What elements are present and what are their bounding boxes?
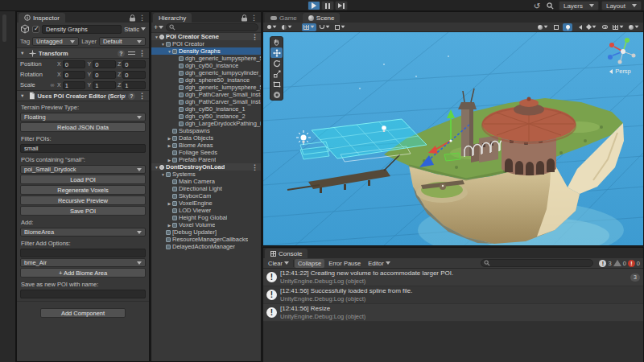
filter-add-options-input[interactable]	[20, 249, 146, 257]
hierarchy-item[interactable]: Directional Light	[151, 185, 261, 192]
save-poi-button[interactable]: Save POI	[20, 206, 146, 216]
collapse-toggle[interactable]: Collapse	[295, 259, 324, 268]
load-poi-button[interactable]: Load POI	[20, 175, 146, 184]
hierarchy-item[interactable]: ▶Biome Areas	[151, 142, 261, 149]
gameobject-name-field[interactable]: Density Graphs	[42, 25, 122, 34]
position-x-field[interactable]: 0	[63, 60, 86, 68]
view-2d-toggle[interactable]	[551, 23, 561, 31]
foldout-arrow-icon[interactable]: ▼	[160, 172, 166, 177]
console-log-entry[interactable]: ![12:41:22] Creating new volume to accom…	[263, 269, 643, 286]
effects-dropdown[interactable]	[585, 23, 598, 31]
lock-icon[interactable]	[130, 14, 135, 22]
foldout-arrow-icon[interactable]: ▼	[154, 35, 159, 39]
add-biome-area-button[interactable]: + Add Biome Area	[20, 268, 146, 278]
terrain-preview-dropdown[interactable]: Floating	[20, 113, 146, 121]
layout-dropdown[interactable]: Layout	[601, 1, 642, 10]
create-dropdown[interactable]: +	[154, 23, 163, 31]
foldout-arrow-icon[interactable]: ▶	[167, 143, 172, 148]
hierarchy-item[interactable]: ResourceManagerCallbacks	[151, 236, 261, 243]
audio-toggle[interactable]	[574, 23, 584, 31]
add-component-button[interactable]: Add Component	[40, 308, 126, 318]
rotation-z-field[interactable]: 0	[122, 71, 146, 79]
rect-tool[interactable]	[270, 79, 283, 89]
tab-console[interactable]: Console	[265, 249, 308, 258]
regenerate-voxels-button[interactable]: Regenerate Voxels	[20, 185, 146, 195]
hierarchy-item[interactable]: Height Fog Global	[151, 214, 261, 221]
poi-select-dropdown[interactable]: poi_Small_Drydock	[20, 165, 146, 174]
scale-x-field[interactable]: 1	[63, 81, 86, 89]
hierarchy-item[interactable]: Main Camera	[151, 178, 261, 185]
tab-inspector[interactable]: Inspector	[19, 13, 65, 23]
kebab-menu-icon[interactable]	[138, 14, 146, 22]
hierarchy-item[interactable]: dgh_generic_lumpysphere_50_sand_instance	[151, 84, 261, 91]
hierarchy-item[interactable]: dgh_generic_lumpycylinder_instance	[151, 69, 261, 76]
rotation-y-field[interactable]: 0	[93, 71, 116, 79]
console-log-entry[interactable]: ![12:41:56] Successfully loaded spline f…	[263, 286, 643, 304]
tab-scene[interactable]: Scene	[303, 13, 341, 23]
hierarchy-item[interactable]: dgh_PathCarver_Small_instance	[151, 91, 261, 98]
hierarchy-item[interactable]: dgh_PathCarver_Small_instance_1	[151, 98, 261, 105]
camera-settings-dropdown[interactable]	[627, 23, 641, 31]
foldout-arrow-icon[interactable]: ▶	[167, 223, 172, 228]
save-as-input[interactable]	[20, 290, 146, 298]
hierarchy-item[interactable]: ▼POI Creator	[151, 40, 261, 47]
tab-hierarchy[interactable]: Hierarchy	[153, 13, 192, 23]
foldout-arrow-icon[interactable]: ▼	[160, 42, 166, 47]
hierarchy-item[interactable]: DelayedActionManager	[151, 243, 261, 250]
move-tool[interactable]	[270, 47, 283, 58]
hierarchy-item[interactable]: dgh_cyl50_instance	[151, 62, 261, 69]
tab-game[interactable]: Game	[265, 13, 303, 23]
layers-dropdown[interactable]: Layers	[559, 1, 599, 10]
console-log-entry[interactable]: ![12:41:56] ResizeUnityEngine.Debug:Log …	[263, 304, 643, 322]
tool-settings-dropdown[interactable]	[266, 23, 279, 31]
foldout-arrow-icon[interactable]: ▼	[167, 49, 172, 54]
position-y-field[interactable]: 0	[93, 60, 116, 68]
kebab-menu-icon[interactable]	[250, 14, 258, 22]
layer-dropdown[interactable]: Default	[99, 37, 146, 46]
hierarchy-item[interactable]: dgh_generic_lumpysphere_50_instance	[151, 55, 261, 62]
rotate-tool[interactable]	[270, 58, 283, 68]
scale-y-field[interactable]: 1	[93, 81, 116, 89]
lock-icon[interactable]	[242, 14, 247, 22]
hierarchy-item[interactable]: ▶VoxelEngine	[151, 200, 261, 207]
console-count-badges[interactable]: 3 0 0	[599, 260, 640, 267]
hierarchy-item[interactable]: ▼Density Graphs	[151, 47, 261, 55]
help-icon[interactable]	[118, 50, 125, 57]
static-dropdown[interactable]: Static	[124, 25, 146, 33]
grid-snapping-dropdown[interactable]	[302, 23, 316, 31]
position-z-field[interactable]: 0	[122, 60, 146, 68]
hierarchy-item[interactable]: ▼Systems	[151, 171, 261, 178]
kebab-menu-icon[interactable]	[138, 92, 146, 100]
hierarchy-item[interactable]: Subspawns	[151, 127, 261, 134]
error-pause-toggle[interactable]: Error Pause	[325, 259, 364, 268]
hidden-objects-toggle[interactable]	[600, 23, 609, 31]
hierarchy-item[interactable]: ▶Data Objects	[151, 134, 261, 142]
transform-combined-tool[interactable]	[270, 89, 283, 100]
recursive-preview-button[interactable]: Recursive Preview	[20, 195, 146, 205]
pivot-rotation-dropdown[interactable]	[280, 23, 294, 31]
scale-tool[interactable]	[270, 68, 283, 79]
perspective-label[interactable]: Persp	[595, 68, 643, 75]
clear-button[interactable]: Clear	[265, 259, 292, 268]
hierarchy-item[interactable]: ▶Prefab Parent	[151, 156, 261, 163]
hierarchy-item[interactable]: dgh_cyl50_instance_2	[151, 113, 261, 120]
hierarchy-item[interactable]: dgh_sphere50_instance	[151, 76, 261, 84]
filter-pois-input[interactable]: small	[20, 144, 146, 153]
undo-history-icon[interactable]: ↺	[531, 1, 543, 10]
grid-visibility-dropdown[interactable]	[611, 23, 625, 31]
hierarchy-item[interactable]: Foliage Seeds	[151, 149, 261, 156]
hierarchy-item[interactable]: SkyboxCam	[151, 192, 261, 200]
search-icon[interactable]	[545, 1, 556, 10]
reload-json-button[interactable]: Reload JSON Data	[20, 122, 146, 132]
hierarchy-scene-row[interactable]: ▼POI Creator Scene	[151, 33, 261, 40]
editor-dropdown[interactable]: Editor	[365, 259, 394, 268]
hierarchy-item[interactable]: [Debug Updater]	[151, 228, 261, 236]
help-icon[interactable]	[128, 93, 135, 100]
transform-header[interactable]: Transform	[17, 47, 149, 59]
step-button[interactable]	[335, 1, 348, 10]
uniform-scale-link-icon[interactable]	[49, 82, 56, 88]
shading-mode-dropdown[interactable]	[536, 23, 550, 31]
kebab-menu-icon[interactable]	[138, 49, 146, 57]
preset-icon[interactable]	[128, 50, 135, 56]
hierarchy-item[interactable]: dgh_LargeDrydockPathing_instance	[151, 120, 261, 127]
